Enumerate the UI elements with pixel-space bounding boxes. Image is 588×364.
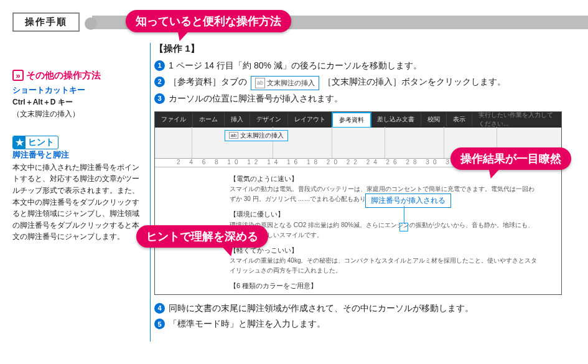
tab-home[interactable]: ホーム: [193, 113, 225, 126]
other-ops-label: その他の操作方法: [12, 68, 101, 82]
star-icon: ★: [13, 136, 26, 149]
step-5: 5「標準モード時」と脚注を入力します。: [154, 317, 576, 332]
step-1: 11 ページ 14 行目「約 80% 減」の後ろにカーソルを移動します。: [154, 58, 576, 73]
step-4: 4同時に文書の末尾に脚注領域が作成されて、その中にカーソルが移動します。: [154, 301, 576, 316]
doc-h4: 【6 種類のカラーをご用意】: [230, 281, 539, 292]
tab-file[interactable]: ファイル: [155, 113, 193, 126]
other-ops-note: （文末脚注の挿入）: [12, 108, 140, 120]
step-2-text: ［参考資料］タブの 文末脚注の挿入 ［文末脚注の挿入］ボタンをクリックします。: [169, 75, 506, 90]
section-heading: 操作手順: [12, 12, 80, 32]
chevron-icon: [12, 70, 24, 81]
doc-p2: 環境汚染の原因となる CO2 排出量は約 80%減。さらにエンジンの振動が少ない…: [230, 220, 539, 240]
step-num-2: 2: [154, 77, 165, 87]
step-5-text: 「標準モード時」と脚注を入力します。: [169, 317, 325, 332]
step-num-5: 5: [154, 319, 165, 329]
other-ops-sub2: Ctrl＋Alt＋D キー: [12, 96, 140, 108]
insert-endnote-button-inline[interactable]: 文末脚注の挿入: [251, 76, 319, 90]
doc-h2: 【環境に優しい】: [230, 209, 539, 220]
ribbon-group-index[interactable]: [385, 127, 444, 158]
callout-hint: ヒントで理解を深める: [136, 225, 268, 248]
callout-result: 操作結果が一目瞭然: [450, 147, 571, 170]
step-num-1: 1: [154, 60, 165, 71]
callout-convenient-ops: 知っていると便利な操作方法: [126, 10, 291, 32]
step-2a: ［参考資料］タブの: [169, 77, 247, 86]
section-heading-row: 操作手順: [12, 12, 588, 32]
tab-review[interactable]: 校閲: [421, 113, 447, 126]
annotation-connector: [404, 206, 404, 223]
hint-label-text: ヒント: [28, 136, 54, 149]
tab-references[interactable]: 参考資料: [332, 113, 371, 127]
other-ops-sub1: ショートカットキー: [12, 84, 140, 96]
hint-body: 本文中に挿入された脚注番号をポイントすると、対応する脚注の文章がツールチップ形式…: [12, 162, 140, 243]
doc-p3: スマイルの重量は約 40kg。その秘密は、コンパクトなスタイルとアルミ材を採用し…: [230, 256, 539, 276]
step-num-3: 3: [154, 93, 165, 104]
tab-layout[interactable]: レイアウト: [288, 113, 332, 126]
content-column: 【操作 1】 11 ページ 14 行目「約 80% 減」の後ろにカーソルを移動し…: [154, 43, 588, 342]
step-1-text: 1 ページ 14 行目「約 80% 減」の後ろにカーソルを移動します。: [169, 58, 422, 73]
ribbon-tabs: ファイル ホーム 挿入 デザイン レイアウト 参考資料 差し込み文書 校閲 表示…: [155, 112, 561, 128]
sidebar: その他の操作方法 ショートカットキー Ctrl＋Alt＋D キー （文末脚注の挿…: [0, 43, 146, 342]
step-2b: ［文末脚注の挿入］ボタンをクリックします。: [323, 77, 506, 86]
other-ops-label-text: その他の操作方法: [26, 68, 101, 82]
vertical-divider: [150, 43, 151, 342]
doc-h3: 【軽くてかっこいい】: [230, 245, 539, 256]
footnote-mark-highlight: [399, 223, 408, 231]
tab-insert[interactable]: 挿入: [225, 113, 250, 126]
step-3-text: カーソルの位置に脚注番号が挿入されます。: [169, 91, 343, 106]
step-num-4: 4: [154, 303, 165, 314]
ribbon-group-captions[interactable]: [332, 127, 385, 158]
hint-label: ★ヒント: [12, 136, 58, 150]
step-4-text: 同時に文書の末尾に脚注領域が作成されて、その中にカーソルが移動します。: [169, 301, 474, 316]
insert-endnote-button-ribbon[interactable]: 文末脚注の挿入: [225, 130, 288, 141]
tab-design[interactable]: デザイン: [250, 113, 288, 126]
step-2: 2 ［参考資料］タブの 文末脚注の挿入 ［文末脚注の挿入］ボタンをクリックします…: [154, 75, 576, 90]
sidebar-hint: ★ヒント 脚注番号と脚注 本文中に挿入された脚注番号をポイントすると、対応する脚…: [12, 136, 140, 243]
tab-mailings[interactable]: 差し込み文書: [371, 113, 421, 126]
hint-sub: 脚注番号と脚注: [12, 149, 140, 161]
heading-bullet-icon: [85, 17, 97, 30]
annotation-box: 脚注番号が挿入される: [365, 194, 451, 208]
operation-title: 【操作 1】: [154, 43, 576, 55]
tab-view[interactable]: 表示: [447, 113, 472, 126]
sidebar-other-ops: その他の操作方法 ショートカットキー Ctrl＋Alt＋D キー （文末脚注の挿…: [12, 68, 140, 120]
ribbon-group-toc[interactable]: [155, 127, 192, 158]
step-3: 3カーソルの位置に脚注番号が挿入されます。: [154, 91, 576, 106]
screenshot: ファイル ホーム 挿入 デザイン レイアウト 参考資料 差し込み文書 校閲 表示…: [154, 111, 562, 295]
